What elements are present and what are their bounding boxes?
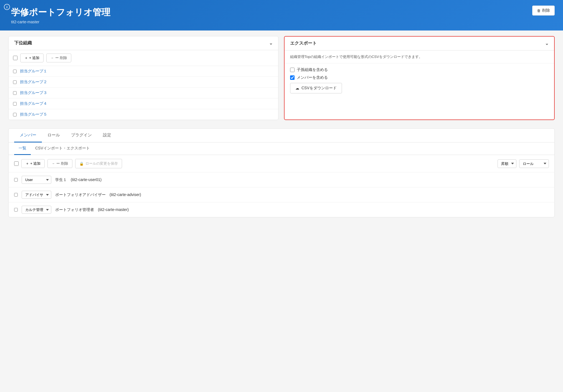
- sub-org-item-checkbox[interactable]: [13, 70, 17, 73]
- sub-org-panel-title: 下位組織: [14, 40, 32, 46]
- sub-org-item: 担当グループ５: [9, 109, 278, 120]
- export-description: 組織管理Topの組織インポートで使用可能な形式のCSVをダウンロードできます。: [285, 50, 554, 63]
- sub-org-controls: ＋ + 追加 － ー 削除: [9, 50, 278, 66]
- sub-org-chevron-icon[interactable]: ⌄: [269, 40, 273, 46]
- sub-org-item-link[interactable]: 担当グループ４: [20, 101, 47, 106]
- export-options: 子孫組織を含める メンバーを含める ☁ CSVをダウンロード: [285, 63, 554, 97]
- export-panel-header: エクスポート ⌄: [285, 37, 554, 50]
- main-tab-3[interactable]: 設定: [97, 129, 117, 142]
- lock-icon: 🔒: [79, 162, 84, 166]
- sort-order-select[interactable]: 昇順降順: [498, 159, 516, 168]
- role-select-wrap: Userアドバイサカルテ管理: [22, 206, 51, 214]
- sub-tabs: 一覧CSVインポート・エクスポート: [9, 142, 554, 155]
- member-checkbox[interactable]: [14, 178, 18, 182]
- header-delete-button[interactable]: 削除: [532, 6, 555, 16]
- page-title: 学修ポートフォリオ管理: [11, 6, 555, 19]
- trash-icon: [537, 8, 541, 13]
- export-child-orgs-checkbox[interactable]: [290, 68, 295, 72]
- member-checkbox[interactable]: [14, 208, 18, 212]
- main-tab-2[interactable]: プラグイン: [65, 129, 97, 142]
- export-child-orgs-option[interactable]: 子孫組織を含める: [290, 67, 549, 72]
- top-panels: 下位組織 ⌄ ＋ + 追加 － ー 削除 担当グループ１ 担当グループ２: [8, 36, 555, 120]
- sub-org-item: 担当グループ４: [9, 98, 278, 109]
- member-checkbox[interactable]: [14, 193, 18, 197]
- sub-tab-0[interactable]: 一覧: [14, 142, 31, 155]
- member-name: ポートフォリオアドバイザー (tit2-carte-adviser): [55, 192, 141, 197]
- member-role-select[interactable]: Userアドバイサカルテ管理: [22, 206, 51, 214]
- role-select-wrap: Userアドバイサカルテ管理: [22, 191, 51, 199]
- sub-org-item-link[interactable]: 担当グループ１: [20, 69, 47, 74]
- sub-org-item-checkbox[interactable]: [13, 102, 17, 106]
- sub-org-list: 担当グループ１ 担当グループ２ 担当グループ３ 担当グループ４ 担当グループ５: [9, 66, 278, 120]
- page-subtitle: tit2-carte-master: [11, 20, 555, 24]
- member-list-controls: ＋ + 追加 － ー 削除 🔒 ロールの変更を保存 昇順降順 ロールUserアド…: [9, 155, 554, 172]
- sub-org-select-all-checkbox[interactable]: [13, 56, 17, 60]
- member-name: ポートフォリオ管理者 (tit2-carte-master): [55, 207, 129, 212]
- main-tabs: メンバーロールプラグイン設定: [9, 129, 554, 142]
- member-minus-icon: －: [52, 161, 55, 166]
- sub-org-item-checkbox[interactable]: [13, 113, 17, 116]
- main-content: 下位組織 ⌄ ＋ + 追加 － ー 削除 担当グループ１ 担当グループ２: [0, 30, 563, 223]
- header: i 学修ポートフォリオ管理 tit2-carte-master 削除: [0, 0, 563, 30]
- info-icon: i: [4, 4, 10, 10]
- sub-org-item-link[interactable]: 担当グループ３: [20, 90, 47, 95]
- main-tab-0[interactable]: メンバー: [14, 129, 42, 142]
- export-panel: エクスポート ⌄ 組織管理Topの組織インポートで使用可能な形式のCSVをダウン…: [284, 36, 555, 120]
- sub-org-panel: 下位組織 ⌄ ＋ + 追加 － ー 削除 担当グループ１ 担当グループ２: [8, 36, 278, 120]
- sub-org-item: 担当グループ３: [9, 88, 278, 98]
- member-select-all-checkbox[interactable]: [14, 161, 19, 166]
- csv-download-button[interactable]: ☁ CSVをダウンロード: [290, 83, 342, 93]
- sub-org-item: 担当グループ１: [9, 66, 278, 77]
- sub-org-item-checkbox[interactable]: [13, 80, 17, 84]
- main-tab-1[interactable]: ロール: [42, 129, 65, 142]
- sub-org-item-link[interactable]: 担当グループ５: [20, 112, 47, 117]
- sub-org-panel-header: 下位組織 ⌄: [9, 36, 278, 50]
- role-select-wrap: Userアドバイサカルテ管理: [22, 176, 51, 184]
- member-name: 学生１ (tit2-carte-user01): [55, 177, 102, 182]
- member-row: Userアドバイサカルテ管理 ポートフォリオアドバイザー (tit2-carte…: [9, 187, 554, 202]
- member-row: Userアドバイサカルテ管理 学生１ (tit2-carte-user01): [9, 172, 554, 187]
- member-plus-icon: ＋: [26, 161, 29, 166]
- member-controls-right: 昇順降順 ロールUserアドバイサカルテ管理: [498, 159, 549, 168]
- export-members-checkbox[interactable]: [290, 75, 295, 80]
- member-list: Userアドバイサカルテ管理 学生１ (tit2-carte-user01) U…: [9, 172, 554, 217]
- download-icon: ☁: [295, 86, 299, 90]
- plus-icon: ＋: [24, 55, 28, 60]
- role-filter-select[interactable]: ロールUserアドバイサカルテ管理: [519, 159, 549, 168]
- export-chevron-icon[interactable]: ⌄: [545, 41, 549, 46]
- sub-org-add-button[interactable]: ＋ + 追加: [20, 54, 44, 62]
- member-role-select[interactable]: Userアドバイサカルテ管理: [22, 191, 51, 199]
- member-add-button[interactable]: ＋ + 追加: [21, 159, 45, 168]
- member-role-select[interactable]: Userアドバイサカルテ管理: [22, 176, 51, 184]
- sub-tab-1[interactable]: CSVインポート・エクスポート: [31, 142, 94, 155]
- sub-org-item-checkbox[interactable]: [13, 91, 17, 95]
- save-role-button: 🔒 ロールの変更を保存: [75, 159, 122, 168]
- sub-org-item: 担当グループ２: [9, 77, 278, 88]
- tabs-section: メンバーロールプラグイン設定 一覧CSVインポート・エクスポート ＋ + 追加 …: [8, 128, 555, 217]
- export-members-option[interactable]: メンバーを含める: [290, 75, 549, 80]
- member-delete-button[interactable]: － ー 削除: [47, 159, 72, 168]
- export-panel-title: エクスポート: [290, 40, 317, 46]
- minus-icon: －: [50, 55, 54, 60]
- sub-org-item-link[interactable]: 担当グループ２: [20, 80, 47, 85]
- member-row: Userアドバイサカルテ管理 ポートフォリオ管理者 (tit2-carte-ma…: [9, 202, 554, 217]
- sub-org-delete-button[interactable]: － ー 削除: [46, 54, 71, 62]
